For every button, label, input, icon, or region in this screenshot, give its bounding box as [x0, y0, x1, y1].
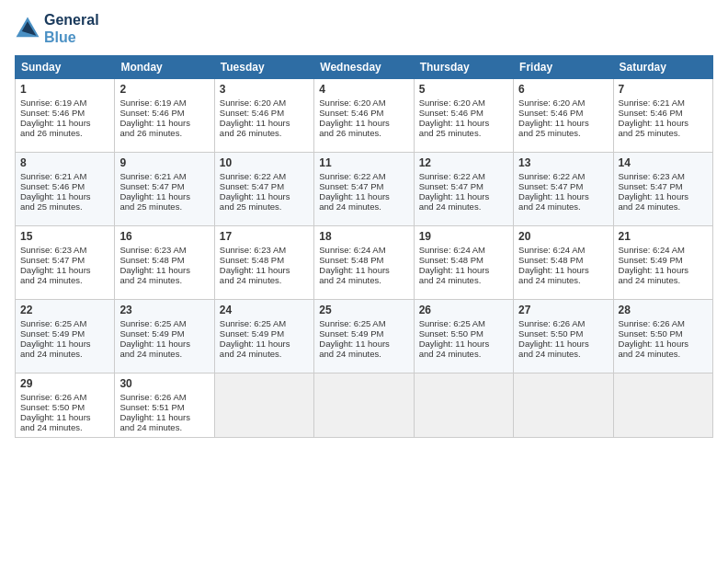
- day-info-line: and 24 minutes.: [119, 422, 209, 432]
- day-info-line: Sunrise: 6:23 AM: [20, 245, 109, 255]
- day-info-line: Daylight: 11 hours: [319, 191, 408, 201]
- day-info-line: and 25 minutes.: [20, 201, 109, 212]
- day-info-line: Daylight: 11 hours: [619, 191, 708, 201]
- day-info-line: and 24 minutes.: [518, 201, 608, 212]
- day-info-line: Sunset: 5:46 PM: [419, 108, 508, 118]
- day-info-line: Sunrise: 6:25 AM: [220, 318, 309, 328]
- day-info-line: Daylight: 11 hours: [119, 118, 209, 128]
- day-info-line: and 24 minutes.: [119, 349, 209, 359]
- day-info-line: Daylight: 11 hours: [419, 265, 508, 275]
- day-info-line: and 25 minutes.: [619, 128, 708, 138]
- day-info-line: Daylight: 11 hours: [119, 339, 209, 349]
- day-info-line: Sunrise: 6:21 AM: [619, 98, 708, 108]
- week-row-4: 22Sunrise: 6:25 AMSunset: 5:49 PMDayligh…: [16, 300, 713, 373]
- day-info-line: Sunset: 5:47 PM: [319, 181, 408, 191]
- day-number: 7: [619, 83, 708, 96]
- day-number: 11: [319, 156, 408, 169]
- day-info-line: and 24 minutes.: [319, 201, 408, 212]
- calendar-cell: 28Sunrise: 6:26 AMSunset: 5:50 PMDayligh…: [613, 300, 712, 373]
- day-info-line: Daylight: 11 hours: [518, 191, 608, 201]
- day-info-line: and 24 minutes.: [518, 349, 608, 359]
- day-info-line: Sunset: 5:46 PM: [119, 108, 209, 118]
- day-info-line: Sunrise: 6:22 AM: [319, 171, 408, 181]
- day-info-line: and 24 minutes.: [619, 201, 708, 212]
- day-number: 14: [619, 156, 708, 169]
- day-number: 3: [220, 83, 309, 96]
- day-info-line: Daylight: 11 hours: [119, 265, 209, 275]
- day-number: 21: [619, 230, 708, 243]
- day-info-line: Sunrise: 6:19 AM: [20, 98, 109, 108]
- day-info-line: and 25 minutes.: [220, 201, 309, 212]
- calendar-cell: [613, 373, 712, 438]
- day-info-line: Sunset: 5:49 PM: [319, 328, 408, 339]
- calendar-cell: 12Sunrise: 6:22 AMSunset: 5:47 PMDayligh…: [414, 153, 513, 226]
- day-number: 19: [419, 230, 508, 243]
- day-info-line: and 26 minutes.: [319, 128, 408, 138]
- day-info-line: and 24 minutes.: [619, 349, 708, 359]
- day-info-line: Daylight: 11 hours: [419, 191, 508, 201]
- day-info-line: and 24 minutes.: [119, 275, 209, 285]
- weekday-header-friday: Friday: [514, 56, 613, 79]
- day-number: 29: [20, 377, 109, 390]
- day-info-line: Sunset: 5:49 PM: [20, 328, 109, 339]
- calendar-cell: 10Sunrise: 6:22 AMSunset: 5:47 PMDayligh…: [214, 153, 313, 226]
- day-info-line: Sunrise: 6:25 AM: [119, 318, 209, 328]
- day-number: 9: [119, 156, 209, 169]
- day-number: 8: [20, 156, 109, 169]
- day-info-line: Daylight: 11 hours: [619, 339, 708, 349]
- calendar-cell: 5Sunrise: 6:20 AMSunset: 5:46 PMDaylight…: [414, 79, 513, 153]
- day-number: 16: [119, 230, 209, 243]
- weekday-header-wednesday: Wednesday: [314, 56, 414, 79]
- day-info-line: Daylight: 11 hours: [319, 265, 408, 275]
- calendar-cell: 18Sunrise: 6:24 AMSunset: 5:48 PMDayligh…: [314, 226, 414, 300]
- day-number: 30: [119, 377, 209, 390]
- day-info-line: Sunset: 5:46 PM: [20, 108, 109, 118]
- day-info-line: and 24 minutes.: [419, 201, 508, 212]
- day-info-line: Sunset: 5:50 PM: [619, 328, 708, 339]
- day-info-line: Daylight: 11 hours: [220, 339, 309, 349]
- day-info-line: Daylight: 11 hours: [518, 265, 608, 275]
- day-info-line: and 24 minutes.: [619, 275, 708, 285]
- calendar-cell: 22Sunrise: 6:25 AMSunset: 5:49 PMDayligh…: [16, 300, 115, 373]
- day-info-line: Sunrise: 6:24 AM: [419, 245, 508, 255]
- logo-text: General Blue: [44, 11, 99, 46]
- weekday-header-tuesday: Tuesday: [214, 56, 313, 79]
- weekday-header-row: SundayMondayTuesdayWednesdayThursdayFrid…: [16, 56, 713, 79]
- calendar-cell: 3Sunrise: 6:20 AMSunset: 5:46 PMDaylight…: [214, 79, 313, 153]
- day-info-line: Daylight: 11 hours: [220, 191, 309, 201]
- calendar-cell: 4Sunrise: 6:20 AMSunset: 5:46 PMDaylight…: [314, 79, 414, 153]
- day-info-line: Daylight: 11 hours: [619, 265, 708, 275]
- day-info-line: and 25 minutes.: [518, 128, 608, 138]
- calendar-cell: 20Sunrise: 6:24 AMSunset: 5:48 PMDayligh…: [514, 226, 613, 300]
- day-info-line: and 24 minutes.: [319, 275, 408, 285]
- day-info-line: Daylight: 11 hours: [319, 339, 408, 349]
- day-info-line: and 26 minutes.: [119, 128, 209, 138]
- day-info-line: Sunrise: 6:23 AM: [119, 245, 209, 255]
- day-info-line: Sunrise: 6:22 AM: [220, 171, 309, 181]
- calendar-cell: 13Sunrise: 6:22 AMSunset: 5:47 PMDayligh…: [514, 153, 613, 226]
- day-info-line: Sunset: 5:47 PM: [619, 181, 708, 191]
- logo: General Blue: [15, 11, 99, 46]
- day-info-line: Sunrise: 6:20 AM: [518, 98, 608, 108]
- day-info-line: Daylight: 11 hours: [619, 118, 708, 128]
- day-info-line: Sunrise: 6:23 AM: [619, 171, 708, 181]
- day-info-line: Sunrise: 6:20 AM: [220, 98, 309, 108]
- day-info-line: Sunrise: 6:25 AM: [20, 318, 109, 328]
- day-number: 27: [518, 304, 608, 316]
- day-info-line: Sunset: 5:47 PM: [220, 181, 309, 191]
- day-info-line: Sunrise: 6:26 AM: [20, 392, 109, 402]
- day-info-line: Sunset: 5:50 PM: [419, 328, 508, 339]
- day-info-line: Daylight: 11 hours: [20, 265, 109, 275]
- day-info-line: Daylight: 11 hours: [20, 118, 109, 128]
- day-info-line: Sunset: 5:47 PM: [419, 181, 508, 191]
- week-row-5: 29Sunrise: 6:26 AMSunset: 5:50 PMDayligh…: [16, 373, 713, 438]
- day-number: 6: [518, 83, 608, 96]
- day-info-line: and 25 minutes.: [119, 201, 209, 212]
- calendar-cell: 25Sunrise: 6:25 AMSunset: 5:49 PMDayligh…: [314, 300, 414, 373]
- day-info-line: Sunset: 5:51 PM: [119, 402, 209, 412]
- day-info-line: Sunset: 5:47 PM: [518, 181, 608, 191]
- calendar-cell: 8Sunrise: 6:21 AMSunset: 5:46 PMDaylight…: [16, 153, 115, 226]
- weekday-header-monday: Monday: [115, 56, 214, 79]
- day-number: 18: [319, 230, 408, 243]
- day-info-line: Sunset: 5:50 PM: [20, 402, 109, 412]
